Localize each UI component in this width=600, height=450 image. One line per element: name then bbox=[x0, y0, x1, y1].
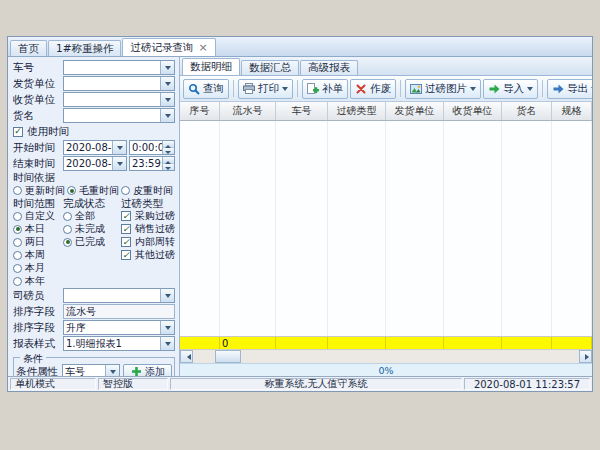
spin-down-icon[interactable] bbox=[163, 148, 174, 154]
sort-field-box[interactable]: 流水号 bbox=[63, 304, 175, 319]
time-basis-tare-radio[interactable]: 皮重时间 bbox=[121, 184, 173, 198]
time-range-month-radio[interactable]: 本月 bbox=[13, 262, 63, 274]
end-date-picker[interactable]: 2020-08-01 bbox=[63, 156, 127, 171]
weigh-type-internal-checkbox[interactable]: 内部周转 bbox=[121, 236, 175, 248]
chevron-down-icon[interactable] bbox=[160, 109, 174, 122]
operator-combo[interactable] bbox=[63, 288, 175, 303]
tab-data-summary[interactable]: 数据汇总 bbox=[241, 60, 299, 75]
chevron-down-icon[interactable] bbox=[112, 141, 126, 154]
chevron-down-icon[interactable] bbox=[105, 365, 119, 376]
chevron-down-icon[interactable] bbox=[160, 61, 174, 74]
weigh-type-purchase-checkbox[interactable]: 采购过磅 bbox=[121, 210, 175, 222]
printer-icon bbox=[243, 83, 255, 95]
grid-body[interactable] bbox=[180, 121, 592, 336]
toolbar-separator bbox=[297, 80, 298, 97]
goods-combo[interactable] bbox=[63, 108, 175, 123]
finish-unfinished-radio[interactable]: 未完成 bbox=[63, 223, 121, 235]
chevron-down-icon[interactable] bbox=[527, 87, 533, 94]
export-button[interactable]: 导出 bbox=[547, 79, 592, 99]
chevron-down-icon[interactable] bbox=[160, 337, 174, 350]
time-range-twodays-radio[interactable]: 两日 bbox=[13, 236, 63, 248]
weigh-type-sale-checkbox[interactable]: 销售过磅 bbox=[121, 223, 175, 235]
sort-order-combo[interactable]: 升序 bbox=[63, 320, 175, 335]
scrollbar-track[interactable] bbox=[193, 350, 579, 363]
weigh-photo-button[interactable]: 过磅图片 bbox=[405, 79, 481, 99]
chevron-down-icon[interactable] bbox=[282, 87, 288, 94]
tab-weighing-operation-label: 1#称重操作 bbox=[56, 42, 113, 56]
use-time-checkbox[interactable] bbox=[13, 127, 23, 137]
toolbar: 查询 打印 补单 作废 bbox=[180, 76, 592, 102]
time-range-custom-radio[interactable]: 自定义 bbox=[13, 210, 63, 222]
time-range-year-radio[interactable]: 本年 bbox=[13, 275, 63, 287]
tab-record-query[interactable]: 过磅记录查询 × bbox=[122, 38, 215, 56]
spin-up-icon[interactable] bbox=[163, 157, 174, 164]
col-goods[interactable]: 货名 bbox=[502, 102, 552, 120]
finish-finished-radio[interactable]: 已完成 bbox=[63, 236, 121, 248]
query-panel: 车号 发货单位 收货单位 货名 使用时间 bbox=[8, 57, 180, 376]
radio-icon bbox=[13, 251, 22, 260]
tab-advanced-report[interactable]: 高级报表 bbox=[300, 60, 358, 75]
operator-label: 司磅员 bbox=[13, 289, 63, 303]
status-edition: 智控版 bbox=[98, 378, 168, 390]
app-window: 首页 1#称重操作 过磅记录查询 × 车号 发货单位 bbox=[7, 36, 593, 392]
import-button[interactable]: 导入 bbox=[483, 79, 538, 99]
time-range-week-radio[interactable]: 本周 bbox=[13, 249, 63, 261]
radio-icon bbox=[13, 264, 22, 273]
goods-label: 货名 bbox=[13, 109, 63, 123]
scroll-left-icon[interactable] bbox=[180, 350, 193, 363]
radio-icon bbox=[13, 238, 22, 247]
sort-field-label: 排序字段 bbox=[13, 305, 63, 319]
chevron-down-icon[interactable] bbox=[160, 93, 174, 106]
col-weigh-type[interactable]: 过磅类型 bbox=[328, 102, 386, 120]
time-basis-title: 时间依据 bbox=[13, 172, 175, 183]
horizontal-scrollbar[interactable] bbox=[180, 349, 592, 363]
spin-down-icon[interactable] bbox=[163, 164, 174, 170]
toolbar-separator bbox=[542, 80, 543, 97]
col-spec[interactable]: 规格 bbox=[552, 102, 592, 120]
spin-up-icon[interactable] bbox=[163, 141, 174, 148]
start-time-spinner[interactable]: 0:00:00 bbox=[129, 140, 175, 155]
consignee-combo[interactable] bbox=[63, 92, 175, 107]
start-date-picker[interactable]: 2020-08-01 bbox=[63, 140, 127, 155]
condition-title: 条件 bbox=[20, 352, 46, 366]
radio-icon bbox=[63, 225, 72, 234]
tab-weighing-operation[interactable]: 1#称重操作 bbox=[48, 40, 121, 56]
col-consignee[interactable]: 收货单位 bbox=[444, 102, 502, 120]
condition-group: 条件 条件属性 车号 添加 操作符 等于 删 bbox=[13, 357, 175, 376]
supplement-button[interactable]: 补单 bbox=[302, 79, 348, 99]
chevron-down-icon[interactable] bbox=[591, 87, 592, 94]
weigh-type-other-checkbox[interactable]: 其他过磅 bbox=[121, 249, 175, 261]
chevron-down-icon[interactable] bbox=[160, 77, 174, 90]
query-button[interactable]: 查询 bbox=[183, 79, 229, 99]
vehicle-combo[interactable] bbox=[63, 60, 175, 75]
scrollbar-thumb[interactable] bbox=[215, 350, 241, 363]
toolbar-separator bbox=[233, 80, 234, 97]
status-bar: 单机模式 智控版 称重系统,无人值守系统 2020-08-01 11:23:57 bbox=[8, 376, 592, 391]
time-basis-gross-radio[interactable]: 毛重时间 bbox=[67, 184, 119, 198]
chevron-down-icon[interactable] bbox=[160, 289, 174, 302]
col-seq[interactable]: 序号 bbox=[180, 102, 220, 120]
col-consignor[interactable]: 发货单位 bbox=[386, 102, 444, 120]
col-serial[interactable]: 流水号 bbox=[220, 102, 276, 120]
close-tab-icon[interactable]: × bbox=[198, 42, 207, 53]
scroll-right-icon[interactable] bbox=[579, 350, 592, 363]
time-range-today-radio[interactable]: 本日 bbox=[13, 223, 63, 235]
tab-data-detail[interactable]: 数据明细 bbox=[182, 58, 240, 75]
red-cross-icon bbox=[355, 83, 367, 95]
void-button[interactable]: 作废 bbox=[350, 79, 396, 99]
time-basis-update-radio[interactable]: 更新时间 bbox=[13, 184, 65, 198]
chevron-down-icon[interactable] bbox=[470, 87, 476, 94]
chevron-down-icon[interactable] bbox=[160, 321, 174, 334]
report-style-combo[interactable]: 1.明细报表1 bbox=[63, 336, 175, 351]
condition-attr-combo[interactable]: 车号 bbox=[62, 364, 120, 376]
add-condition-button[interactable]: 添加 bbox=[123, 364, 172, 377]
print-button[interactable]: 打印 bbox=[238, 79, 293, 99]
chevron-down-icon[interactable] bbox=[112, 157, 126, 170]
finish-all-radio[interactable]: 全部 bbox=[63, 210, 121, 222]
tab-home[interactable]: 首页 bbox=[10, 40, 47, 56]
col-vehicle[interactable]: 车号 bbox=[276, 102, 328, 120]
end-time-spinner[interactable]: 23:59:59 bbox=[129, 156, 175, 171]
grid-header: 序号 流水号 车号 过磅类型 发货单位 收货单位 货名 规格 bbox=[180, 102, 592, 121]
main-content: 车号 发货单位 收货单位 货名 使用时间 bbox=[8, 57, 592, 376]
consignor-combo[interactable] bbox=[63, 76, 175, 91]
